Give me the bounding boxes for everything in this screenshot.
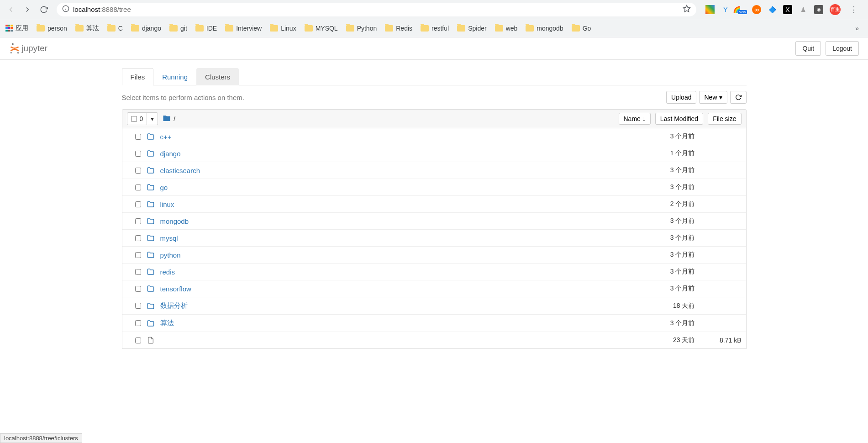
profile-avatar[interactable]: 百里: [830, 4, 841, 15]
file-link[interactable]: c++: [160, 133, 607, 141]
row-checkbox[interactable]: [135, 338, 141, 343]
row-checkbox[interactable]: [135, 303, 141, 309]
file-modified: 3 个月前: [613, 319, 695, 327]
bookmark-item[interactable]: Redis: [385, 25, 412, 32]
caret-down-icon: ▾: [719, 94, 722, 101]
file-link[interactable]: linux: [160, 200, 607, 208]
new-button[interactable]: New ▾: [699, 91, 727, 104]
extension-icon[interactable]: ∞: [752, 5, 761, 14]
file-modified: 18 天前: [613, 302, 695, 310]
row-checkbox[interactable]: [135, 134, 141, 140]
bookmarks-overflow-icon[interactable]: »: [852, 25, 863, 32]
bookmark-item[interactable]: mongodb: [526, 25, 563, 32]
row-checkbox[interactable]: [135, 201, 141, 207]
site-info-icon[interactable]: [62, 5, 69, 14]
file-link[interactable]: elasticsearch: [160, 167, 607, 174]
select-all-checkbox[interactable]: [131, 116, 137, 122]
bookmarks-bar: 应用 person算法CdjangogitIDEInterviewLinuxMY…: [0, 19, 868, 37]
sort-name-button[interactable]: Name ↓: [619, 113, 651, 125]
extension-icons: Y 🌈New ∞ 🔷 X ♟ ◉ 百里 ⋮: [703, 4, 863, 15]
file-link[interactable]: tensorflow: [160, 285, 607, 293]
browser-menu-icon[interactable]: ⋮: [847, 5, 861, 15]
select-dropdown-caret[interactable]: ▾: [147, 113, 158, 125]
file-modified: 3 个月前: [613, 217, 695, 225]
file-link[interactable]: redis: [160, 268, 607, 276]
file-row: c++3 个月前: [122, 128, 746, 145]
bookmark-item[interactable]: person: [37, 25, 67, 32]
toolbar-row: Select items to perform actions on them.…: [122, 85, 747, 109]
back-button[interactable]: [5, 3, 17, 16]
bookmark-item[interactable]: MYSQL: [305, 25, 338, 32]
file-link[interactable]: python: [160, 251, 607, 259]
extension-icon[interactable]: 🌈New: [736, 5, 746, 14]
forward-button[interactable]: [21, 3, 34, 16]
file-link[interactable]: 算法: [160, 319, 607, 327]
tab-clusters[interactable]: Clusters: [196, 68, 239, 85]
bookmark-item[interactable]: C: [107, 25, 123, 32]
folder-icon: [131, 25, 139, 32]
file-row: mongodb3 个月前: [122, 213, 746, 230]
sort-modified-button[interactable]: Last Modified: [655, 113, 703, 125]
file-link[interactable]: go: [160, 184, 607, 191]
row-checkbox[interactable]: [135, 168, 141, 174]
file-modified: 3 个月前: [613, 268, 695, 276]
apps-shortcut[interactable]: 应用: [5, 24, 28, 32]
bookmark-item[interactable]: IDE: [195, 25, 217, 32]
extension-icon[interactable]: [705, 5, 715, 14]
breadcrumb[interactable]: /: [163, 114, 175, 124]
row-checkbox[interactable]: [135, 218, 141, 224]
tabs: Files Running Clusters: [122, 68, 747, 85]
folder-icon: [385, 25, 393, 32]
row-checkbox[interactable]: [135, 235, 141, 241]
list-header: 0 ▾ / Name ↓ Last Modified File size: [122, 109, 747, 128]
row-checkbox[interactable]: [135, 320, 141, 326]
bookmark-item[interactable]: Go: [572, 25, 591, 32]
folder-icon: [147, 184, 155, 191]
select-all-group[interactable]: 0 ▾: [127, 112, 158, 125]
extension-icon[interactable]: X: [783, 5, 792, 14]
bookmark-item[interactable]: Python: [346, 25, 377, 32]
row-checkbox[interactable]: [135, 252, 141, 258]
bookmark-item[interactable]: web: [495, 25, 518, 32]
file-row: 23 天前8.71 kB: [122, 332, 746, 348]
refresh-button[interactable]: [730, 91, 747, 104]
sort-size-button[interactable]: File size: [708, 113, 741, 125]
row-checkbox[interactable]: [135, 185, 141, 190]
file-modified: 3 个月前: [613, 132, 695, 141]
bookmark-star-icon[interactable]: [683, 5, 691, 14]
upload-button[interactable]: Upload: [666, 91, 696, 104]
bookmark-item[interactable]: Spider: [457, 25, 486, 32]
file-link[interactable]: mysql: [160, 234, 607, 242]
selected-count: 0: [140, 115, 143, 122]
svg-text:jupyter: jupyter: [21, 43, 47, 53]
reload-button[interactable]: [37, 3, 50, 16]
tab-files[interactable]: Files: [122, 68, 154, 85]
file-row: tensorflow3 个月前: [122, 280, 746, 297]
address-bar[interactable]: localhost:8888/tree: [57, 3, 696, 16]
extension-icon[interactable]: 🔷: [768, 5, 777, 14]
folder-icon: [147, 167, 155, 174]
quit-button[interactable]: Quit: [795, 41, 821, 56]
bookmark-item[interactable]: Interview: [225, 25, 262, 32]
row-checkbox[interactable]: [135, 269, 141, 275]
extension-icon[interactable]: Y: [721, 5, 730, 14]
bookmark-item[interactable]: git: [169, 25, 187, 32]
file-link[interactable]: mongodb: [160, 217, 607, 225]
bookmark-item[interactable]: Linux: [270, 25, 296, 32]
logout-button[interactable]: Logout: [826, 41, 859, 56]
file-list: c++3 个月前django1 个月前elasticsearch3 个月前go3…: [122, 128, 747, 349]
bookmark-item[interactable]: 算法: [75, 24, 99, 32]
file-link[interactable]: django: [160, 150, 607, 158]
bookmark-item[interactable]: restful: [421, 25, 449, 32]
row-checkbox[interactable]: [135, 286, 141, 292]
extension-icon[interactable]: ♟: [799, 5, 808, 14]
file-row: mysql3 个月前: [122, 230, 746, 247]
folder-icon: [147, 251, 155, 258]
file-modified: 3 个月前: [613, 251, 695, 259]
file-link[interactable]: 数据分析: [160, 301, 607, 310]
jupyter-logo[interactable]: jupyter: [9, 42, 64, 55]
row-checkbox[interactable]: [135, 151, 141, 157]
bookmark-item[interactable]: django: [131, 25, 161, 32]
extension-icon[interactable]: ◉: [814, 5, 823, 14]
tab-running[interactable]: Running: [153, 68, 196, 85]
